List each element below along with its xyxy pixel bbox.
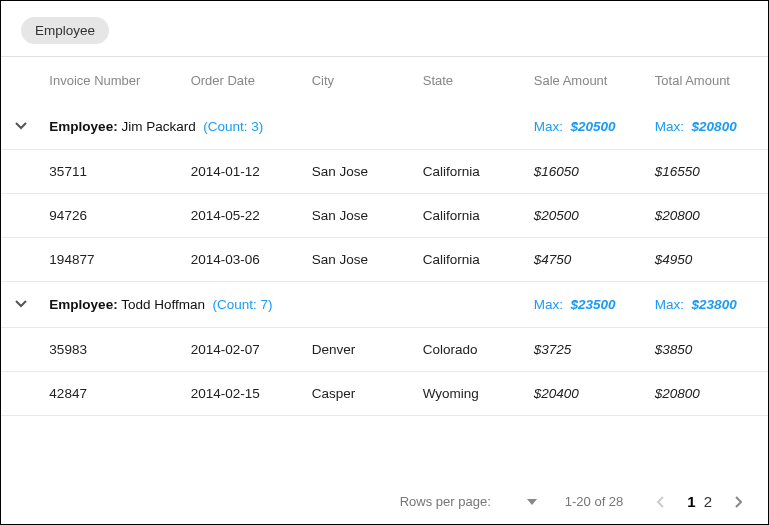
- rows-per-page-selector[interactable]: Rows per page:: [400, 494, 537, 509]
- table-row[interactable]: 42847 2014-02-15 Casper Wyoming $20400 $…: [1, 372, 768, 416]
- cell-date: 2014-02-07: [183, 328, 304, 372]
- table-header-row: Invoice Number Order Date City State Sal…: [1, 57, 768, 104]
- cell-date: 2014-02-15: [183, 372, 304, 416]
- cell-sale: $20500: [526, 194, 647, 238]
- chevron-down-icon[interactable]: [14, 298, 28, 313]
- table-row[interactable]: 94726 2014-05-22 San Jose California $20…: [1, 194, 768, 238]
- cell-state: California: [415, 150, 526, 194]
- col-header-sale-amount[interactable]: Sale Amount: [526, 57, 647, 104]
- chevron-down-icon[interactable]: [14, 120, 28, 135]
- group-value: Todd Hoffman: [121, 297, 205, 312]
- page-number[interactable]: 2: [700, 493, 716, 510]
- cell-total: $16550: [647, 150, 768, 194]
- cell-sale: $16050: [526, 150, 647, 194]
- cell-sale: $4750: [526, 238, 647, 282]
- group-total-max-label: Max:: [655, 119, 692, 134]
- cell-city: Denver: [304, 328, 415, 372]
- group-row[interactable]: Employee: Todd Hoffman (Count: 7) Max: $…: [1, 282, 768, 328]
- prev-page-button[interactable]: [651, 496, 671, 508]
- data-table: Invoice Number Order Date City State Sal…: [1, 57, 768, 416]
- col-header-order-date[interactable]: Order Date: [183, 57, 304, 104]
- cell-sale: $3725: [526, 328, 647, 372]
- col-header-city[interactable]: City: [304, 57, 415, 104]
- col-header-invoice[interactable]: Invoice Number: [41, 57, 182, 104]
- cell-date: 2014-05-22: [183, 194, 304, 238]
- group-row[interactable]: Employee: Jim Packard (Count: 3) Max: $2…: [1, 104, 768, 150]
- pagination-range: 1-20 of 28: [565, 494, 624, 509]
- group-sale-max-value: $23500: [571, 297, 616, 312]
- cell-state: Wyoming: [415, 372, 526, 416]
- group-label: Employee:: [49, 297, 117, 312]
- cell-state: Colorado: [415, 328, 526, 372]
- cell-total: $20800: [647, 194, 768, 238]
- cell-total: $4950: [647, 238, 768, 282]
- cell-date: 2014-01-12: [183, 150, 304, 194]
- dropdown-triangle-icon: [527, 499, 537, 505]
- rows-per-page-label: Rows per page:: [400, 494, 491, 509]
- group-sale-max-label: Max:: [534, 119, 571, 134]
- pager: 12: [651, 493, 748, 510]
- cell-city: San Jose: [304, 194, 415, 238]
- cell-date: 2014-03-06: [183, 238, 304, 282]
- cell-total: $20800: [647, 372, 768, 416]
- group-sale-max-value: $20500: [571, 119, 616, 134]
- group-label: Employee:: [49, 119, 117, 134]
- cell-total: $3850: [647, 328, 768, 372]
- table-footer: Rows per page: 1-20 of 28 12: [1, 479, 768, 524]
- table-row[interactable]: 194877 2014-03-06 San Jose California $4…: [1, 238, 768, 282]
- cell-state: California: [415, 194, 526, 238]
- toolbar: Employee: [1, 1, 768, 56]
- group-value: Jim Packard: [121, 119, 195, 134]
- cell-invoice: 35983: [41, 328, 182, 372]
- group-total-max-label: Max:: [655, 297, 692, 312]
- group-sale-max-label: Max:: [534, 297, 571, 312]
- cell-invoice: 194877: [41, 238, 182, 282]
- cell-state: California: [415, 238, 526, 282]
- cell-invoice: 94726: [41, 194, 182, 238]
- col-header-total-amount[interactable]: Total Amount: [647, 57, 768, 104]
- cell-invoice: 35711: [41, 150, 182, 194]
- cell-invoice: 42847: [41, 372, 182, 416]
- next-page-button[interactable]: [728, 496, 748, 508]
- table-row[interactable]: 35711 2014-01-12 San Jose California $16…: [1, 150, 768, 194]
- cell-sale: $20400: [526, 372, 647, 416]
- group-total-max-value: $23800: [692, 297, 737, 312]
- group-chip-employee[interactable]: Employee: [21, 17, 109, 44]
- table-row[interactable]: 35983 2014-02-07 Denver Colorado $3725 $…: [1, 328, 768, 372]
- cell-city: San Jose: [304, 150, 415, 194]
- cell-city: Casper: [304, 372, 415, 416]
- cell-city: San Jose: [304, 238, 415, 282]
- group-total-max-value: $20800: [692, 119, 737, 134]
- page-number[interactable]: 1: [683, 493, 699, 510]
- group-count: (Count: 7): [212, 297, 272, 312]
- col-header-state[interactable]: State: [415, 57, 526, 104]
- group-count: (Count: 3): [203, 119, 263, 134]
